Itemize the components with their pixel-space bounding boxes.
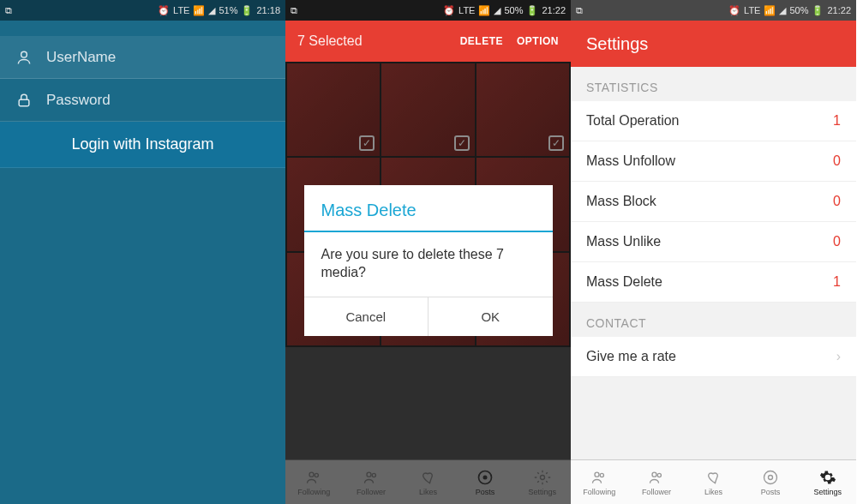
- svg-point-14: [769, 475, 773, 479]
- status-bar: ⧉ ⏰ LTE 📶 ◢ 51% 🔋 21:18: [0, 0, 285, 21]
- svg-point-9: [595, 472, 599, 477]
- nav-likes[interactable]: Likes: [685, 460, 742, 504]
- settings-header: Settings: [571, 21, 856, 67]
- wifi-icon: 📶: [478, 5, 490, 16]
- wifi-icon: 📶: [193, 5, 205, 16]
- wifi-icon: 📶: [764, 5, 776, 16]
- dialog-title: Mass Delete: [304, 185, 553, 232]
- rate-row[interactable]: Give me a rate›: [571, 337, 856, 377]
- svg-point-5: [372, 473, 375, 477]
- battery-text: 50%: [504, 5, 523, 15]
- settings-screen: ⧉ ⏰ LTE 📶 ◢ 50% 🔋 21:22 Settings STATIST…: [571, 0, 856, 504]
- lte-icon: LTE: [744, 5, 760, 15]
- battery-icon: 🔋: [526, 5, 538, 16]
- contact-section-header: CONTACT: [571, 303, 856, 337]
- svg-point-7: [483, 475, 488, 479]
- dialog-message: Are you sure to delete these 7 media?: [304, 232, 553, 297]
- password-field[interactable]: Password: [0, 79, 285, 122]
- stat-row[interactable]: Mass Unfollow0: [571, 141, 856, 182]
- battery-icon: 🔋: [241, 5, 253, 16]
- stat-row[interactable]: Total Operation1: [571, 101, 856, 141]
- signal-icon: ◢: [779, 5, 786, 16]
- user-icon: [15, 49, 34, 66]
- nav-follower[interactable]: Follower: [343, 460, 400, 504]
- cancel-button[interactable]: Cancel: [304, 297, 429, 336]
- svg-rect-1: [19, 99, 29, 106]
- ok-button[interactable]: OK: [428, 297, 553, 336]
- confirm-dialog: Mass Delete Are you sure to delete these…: [304, 185, 553, 337]
- stat-row[interactable]: Mass Delete1: [571, 262, 856, 303]
- nav-posts[interactable]: Posts: [457, 460, 514, 504]
- login-button[interactable]: Login with Instagram: [0, 122, 285, 168]
- network-icon: ⧉: [5, 5, 12, 16]
- svg-point-3: [315, 473, 319, 477]
- svg-point-10: [601, 473, 604, 477]
- clock-text: 21:22: [542, 5, 566, 15]
- login-button-label: Login with Instagram: [71, 135, 213, 153]
- svg-point-4: [367, 472, 371, 477]
- nav-follower[interactable]: Follower: [628, 460, 686, 504]
- login-screen: ⧉ ⏰ LTE 📶 ◢ 51% 🔋 21:18 UserName Passwor…: [0, 0, 285, 504]
- bottom-nav: Following Follower Likes Posts Settings: [571, 459, 856, 504]
- clock-text: 21:22: [827, 5, 851, 15]
- battery-text: 51%: [219, 5, 237, 15]
- svg-point-0: [21, 51, 27, 57]
- nav-likes[interactable]: Likes: [399, 460, 457, 504]
- posts-screen: ⧉ ⏰ LTE 📶 ◢ 50% 🔋 21:22 7 Selected DELET…: [285, 0, 571, 504]
- clock-text: 21:18: [256, 5, 280, 15]
- signal-icon: ◢: [494, 5, 500, 16]
- alarm-icon: ⏰: [443, 5, 455, 16]
- option-button[interactable]: OPTION: [517, 35, 559, 47]
- network-icon: ⧉: [576, 5, 583, 16]
- svg-point-8: [540, 475, 544, 479]
- svg-point-2: [309, 472, 314, 477]
- signal-icon: ◢: [208, 5, 215, 16]
- settings-title: Settings: [586, 34, 648, 54]
- lte-icon: LTE: [458, 5, 475, 15]
- password-placeholder: Password: [46, 92, 111, 109]
- stat-row[interactable]: Mass Block0: [571, 182, 856, 222]
- lte-icon: LTE: [173, 5, 189, 15]
- stat-row[interactable]: Mass Unlike0: [571, 222, 856, 262]
- statistics-section-header: STATISTICS: [571, 67, 856, 101]
- svg-point-12: [657, 473, 661, 477]
- alarm-icon: ⏰: [158, 5, 170, 16]
- alarm-icon: ⏰: [728, 5, 740, 16]
- modal-overlay: Mass Delete Are you sure to delete these…: [285, 62, 571, 459]
- bottom-nav: Following Follower Likes Posts Settings: [285, 459, 571, 504]
- username-field[interactable]: UserName: [0, 36, 285, 79]
- username-placeholder: UserName: [46, 49, 116, 66]
- nav-posts[interactable]: Posts: [742, 460, 800, 504]
- svg-point-13: [764, 471, 777, 483]
- nav-following[interactable]: Following: [571, 460, 628, 504]
- nav-settings[interactable]: Settings: [513, 460, 571, 504]
- selection-count: 7 Selected: [297, 33, 446, 49]
- battery-icon: 🔋: [812, 5, 824, 16]
- chevron-right-icon: ›: [836, 349, 841, 364]
- nav-settings[interactable]: Settings: [799, 460, 856, 504]
- status-bar: ⧉ ⏰ LTE 📶 ◢ 50% 🔋 21:22: [285, 0, 571, 21]
- posts-header: 7 Selected DELETE OPTION: [285, 21, 571, 62]
- network-icon: ⧉: [291, 5, 297, 16]
- status-bar: ⧉ ⏰ LTE 📶 ◢ 50% 🔋 21:22: [571, 0, 856, 21]
- nav-following[interactable]: Following: [285, 460, 343, 504]
- battery-text: 50%: [789, 5, 808, 15]
- delete-button[interactable]: DELETE: [460, 35, 503, 47]
- lock-icon: [15, 92, 34, 109]
- svg-point-11: [652, 472, 656, 477]
